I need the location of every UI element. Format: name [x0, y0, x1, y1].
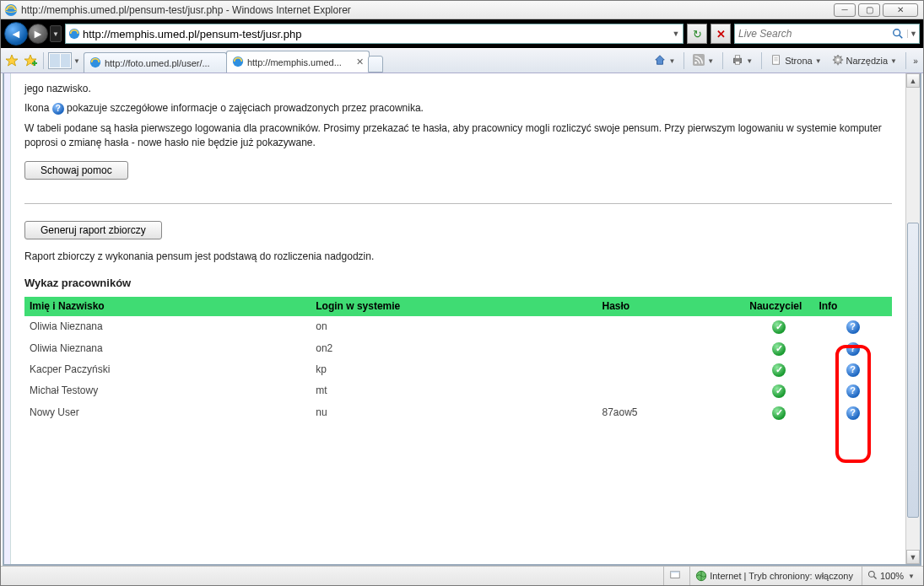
svg-rect-31 [671, 572, 680, 573]
tab-memphis[interactable]: http://memphis.umed... ✕ [226, 51, 370, 73]
favorites-star-icon[interactable] [3, 52, 20, 69]
tab-label: http://memphis.umed... [247, 57, 353, 67]
scroll-thumb[interactable] [907, 223, 919, 518]
quick-tabs-button[interactable] [48, 52, 72, 69]
cell-login: on [311, 316, 597, 337]
cell-password: 87aow5 [597, 402, 744, 423]
separator [722, 52, 723, 69]
cell-password [597, 380, 744, 401]
svg-line-4 [900, 35, 903, 39]
svg-rect-15 [736, 62, 740, 65]
print-button[interactable]: ▼ [727, 51, 757, 70]
address-input[interactable] [83, 28, 669, 40]
cell-info: ? [813, 359, 892, 380]
search-icon[interactable] [889, 28, 907, 40]
cell-name: Oliwia Nieznana [24, 338, 311, 359]
row-info-icon[interactable]: ? [846, 384, 860, 398]
check-icon: ✓ [772, 342, 786, 356]
col-password: Hasło [597, 297, 744, 316]
vertical-scrollbar[interactable]: ▲ ▼ [905, 73, 920, 564]
nav-buttons: ◄ ► ▼ [4, 22, 62, 46]
printer-icon [732, 54, 743, 67]
svg-rect-14 [736, 56, 740, 59]
feeds-button[interactable]: ▼ [689, 51, 718, 70]
col-login: Login w systemie [311, 297, 597, 316]
table-row: Nowy Usernu87aow5✓? [24, 402, 892, 423]
zoom-icon [867, 570, 878, 582]
cell-teacher: ✓ [744, 380, 813, 401]
maximize-button[interactable]: ▢ [858, 3, 880, 17]
tab-strip: http://foto.umed.pl/user/... http://memp… [84, 49, 383, 73]
cell-login: nu [311, 402, 597, 423]
refresh-button[interactable]: ↻ [687, 24, 707, 44]
rss-icon [693, 54, 705, 67]
report-note: Raport zbiorczy z wykonania pensum jest … [24, 250, 892, 264]
page-icon [770, 54, 782, 67]
help-icon-sentence: Ikona ? pokazuje szczegółowe informacje … [24, 101, 892, 116]
cell-teacher: ✓ [744, 316, 813, 337]
minimize-button[interactable]: ─ [834, 3, 856, 17]
back-button[interactable]: ◄ [4, 22, 28, 46]
search-provider-dropdown[interactable]: ▼ [907, 30, 919, 38]
scroll-track[interactable] [906, 88, 920, 550]
tab-close-icon[interactable]: ✕ [356, 56, 364, 67]
ie-logo-icon [4, 3, 18, 17]
tools-menu-label: Narzędzia [846, 56, 889, 66]
close-button[interactable]: ✕ [883, 3, 918, 17]
table-header-row: Imię i Nazwisko Login w systemie Hasło N… [24, 297, 892, 316]
check-icon: ✓ [772, 384, 786, 398]
cell-password [597, 316, 744, 337]
svg-rect-8 [34, 61, 35, 66]
svg-marker-5 [6, 55, 18, 66]
row-info-icon[interactable]: ? [846, 342, 860, 356]
home-button[interactable]: ▼ [650, 51, 679, 70]
search-box[interactable]: ▼ [734, 24, 920, 44]
scroll-up-button[interactable]: ▲ [906, 73, 920, 88]
scroll-down-button[interactable]: ▼ [906, 550, 920, 564]
row-info-icon[interactable]: ? [846, 406, 860, 420]
svg-point-12 [695, 62, 698, 64]
row-info-icon[interactable]: ? [846, 320, 860, 334]
page-menu[interactable]: Strona▼ [766, 51, 825, 70]
forward-button[interactable]: ► [28, 24, 48, 44]
window-controls: ─ ▢ ✕ [834, 3, 918, 17]
status-popup-blocked[interactable] [663, 567, 686, 585]
status-security-zone[interactable]: Internet | Tryb chroniony: włączony [689, 567, 858, 585]
cell-password [597, 359, 744, 380]
tools-menu[interactable]: Narzędzia▼ [828, 51, 901, 70]
zoom-dropdown[interactable]: ▼ [908, 573, 915, 580]
zoom-control[interactable]: 100% ▼ [862, 567, 920, 585]
quick-tabs-dropdown[interactable]: ▼ [73, 57, 80, 65]
table-row: Kacper Paczyńskikp✓? [24, 359, 892, 380]
check-icon: ✓ [772, 363, 786, 377]
address-dropdown[interactable]: ▼ [669, 30, 683, 38]
home-icon [654, 54, 666, 67]
tab-label: http://foto.umed.pl/user/... [105, 58, 221, 68]
add-favorite-icon[interactable] [22, 52, 39, 69]
search-input[interactable] [735, 28, 889, 40]
nav-history-dropdown[interactable]: ▼ [50, 25, 62, 42]
cell-info: ? [813, 380, 892, 401]
table-row: Oliwia Nieznanaon2✓? [24, 338, 892, 359]
page-menu-label: Strona [785, 56, 812, 66]
address-bar[interactable]: ▼ [65, 24, 684, 44]
cell-teacher: ✓ [744, 338, 813, 359]
svg-line-26 [834, 56, 835, 57]
hide-help-button[interactable]: Schowaj pomoc [24, 161, 128, 180]
svg-line-28 [834, 62, 835, 63]
stop-button[interactable]: ✕ [711, 24, 731, 44]
check-icon: ✓ [772, 320, 786, 334]
toolbar-overflow[interactable]: » [910, 51, 921, 70]
new-tab-button[interactable] [368, 56, 383, 73]
cell-teacher: ✓ [744, 359, 813, 380]
tab-foto[interactable]: http://foto.umed.pl/user/... [84, 52, 227, 73]
svg-line-35 [873, 577, 876, 579]
content-frame: jego nazwisko. Ikona ? pokazuje szczegół… [3, 73, 921, 566]
generate-report-button[interactable]: Generuj raport zbiorczy [24, 221, 162, 239]
page-content: jego nazwisko. Ikona ? pokazuje szczegół… [11, 73, 905, 564]
internet-zone-icon [695, 570, 707, 582]
page-favicon-icon [66, 28, 83, 40]
ie-favicon-small-icon [89, 56, 101, 70]
row-info-icon[interactable]: ? [846, 363, 860, 377]
security-zone-text: Internet | Tryb chroniony: włączony [710, 571, 853, 581]
